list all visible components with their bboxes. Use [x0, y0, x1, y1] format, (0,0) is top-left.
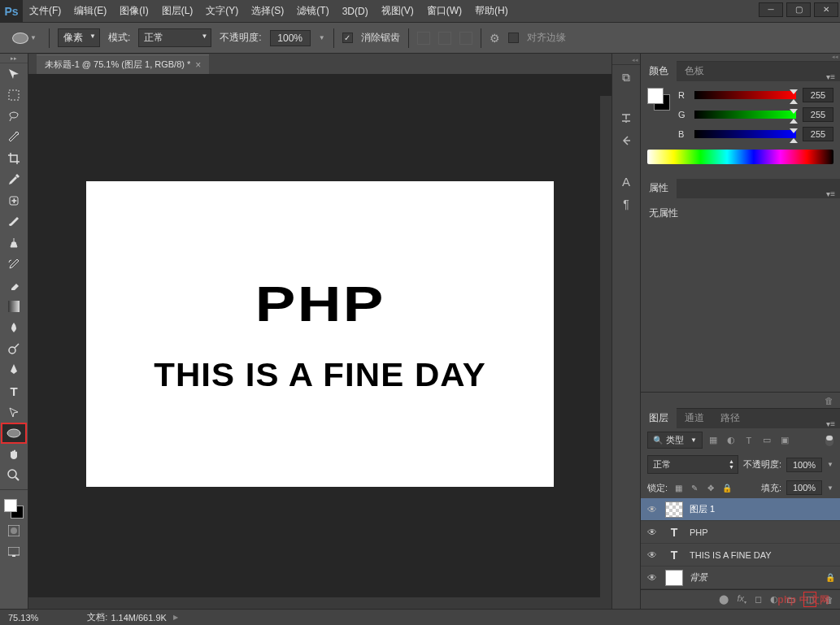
layer-opacity-input[interactable]: 100% [786, 458, 822, 472]
layer-row[interactable]: 👁图层 1 [641, 498, 840, 521]
canvas-viewport[interactable]: PHP THIS IS A FINE DAY [28, 75, 612, 609]
panel-collapse-icon[interactable]: ◂◂ [612, 57, 640, 65]
eraser-tool[interactable] [1, 275, 27, 296]
path-arrangement-icon[interactable] [459, 32, 472, 45]
opacity-input[interactable]: 100% [270, 30, 311, 46]
tab-color[interactable]: 颜色 [641, 61, 677, 81]
zoom-tool[interactable] [1, 465, 27, 486]
filter-smart-icon[interactable]: ▣ [777, 433, 792, 448]
tab-swatches[interactable]: 色板 [677, 61, 712, 81]
shape-mode-dropdown[interactable]: 像素 [58, 28, 100, 47]
visibility-eye-icon[interactable]: 👁 [646, 504, 659, 515]
app-logo[interactable]: Ps [0, 0, 23, 23]
type-tool[interactable]: T [1, 380, 27, 401]
g-value[interactable]: 255 [803, 107, 833, 122]
layer-filter-dropdown[interactable]: 🔍类型▼ [647, 432, 703, 449]
screen-mode-tool[interactable] [1, 541, 27, 562]
tool-preset-ellipse-icon[interactable]: ▼ [8, 28, 41, 48]
paragraph-panel-icon[interactable] [615, 130, 638, 151]
fill-input[interactable]: 100% [786, 480, 822, 495]
path-selection-tool[interactable] [1, 401, 27, 423]
pen-tool[interactable] [1, 359, 27, 380]
layer-thumbnail[interactable] [665, 501, 683, 518]
magic-wand-tool[interactable] [1, 127, 27, 148]
visibility-eye-icon[interactable]: 👁 [646, 572, 659, 584]
menu-select[interactable]: 选择(S) [245, 0, 290, 23]
chevron-right-icon[interactable]: ▶ [173, 614, 178, 621]
lasso-tool[interactable] [1, 106, 27, 127]
b-value[interactable]: 255 [803, 127, 833, 141]
lock-transparent-icon[interactable]: ▦ [672, 482, 684, 493]
layer-thumbnail[interactable] [665, 570, 683, 586]
healing-brush-tool[interactable]: ✚ [1, 190, 27, 211]
menu-type[interactable]: 文字(Y) [199, 0, 245, 23]
layer-row[interactable]: 👁背景🔒 [641, 566, 840, 589]
blur-tool[interactable] [1, 317, 27, 338]
canvas[interactable]: PHP THIS IS A FINE DAY [86, 181, 554, 487]
filter-pixel-icon[interactable]: ▦ [706, 433, 720, 448]
para-style-panel-icon[interactable]: ¶ [615, 193, 638, 215]
blend-mode-dropdown[interactable]: 正常 [138, 28, 211, 47]
clone-stamp-tool[interactable] [1, 232, 27, 254]
window-minimize-button[interactable]: ─ [759, 2, 783, 17]
menu-layer[interactable]: 图层(L) [155, 0, 200, 23]
eyedropper-tool[interactable] [1, 169, 27, 190]
tab-paths[interactable]: 路径 [712, 408, 748, 428]
trash-icon[interactable]: 🗑 [825, 396, 833, 406]
blend-mode-dropdown[interactable]: 正常 [647, 455, 738, 474]
crop-tool[interactable] [1, 148, 27, 169]
char-style-panel-icon[interactable]: A [615, 171, 638, 192]
color-spectrum[interactable] [647, 150, 833, 164]
close-icon[interactable]: × [195, 59, 201, 71]
filter-type-icon[interactable]: T [742, 433, 756, 448]
tab-layers[interactable]: 图层 [641, 408, 677, 428]
r-value[interactable]: 255 [803, 88, 833, 102]
panel-menu-icon[interactable]: ▾≡ [821, 189, 840, 198]
menu-window[interactable]: 窗口(W) [420, 0, 468, 23]
color-swatch-tool[interactable] [0, 497, 28, 520]
history-brush-tool[interactable] [1, 254, 27, 275]
lock-pixels-icon[interactable]: ✎ [689, 482, 700, 493]
panel-menu-icon[interactable]: ▾≡ [821, 419, 840, 428]
layer-row[interactable]: 👁TPHP [641, 521, 840, 544]
lock-all-icon[interactable]: 🔒 [721, 482, 733, 493]
layer-name[interactable]: 背景 [690, 571, 819, 584]
antialias-checkbox[interactable] [342, 33, 353, 43]
history-panel-icon[interactable]: ⧉ [615, 67, 638, 88]
gear-icon[interactable]: ⚙ [490, 32, 500, 45]
character-panel-icon[interactable] [615, 107, 638, 128]
ellipse-tool[interactable] [1, 423, 27, 444]
b-slider[interactable] [694, 130, 796, 138]
menu-help[interactable]: 帮助(H) [468, 0, 515, 23]
move-tool[interactable] [1, 63, 27, 85]
menu-file[interactable]: 文件(F) [23, 0, 67, 23]
link-layers-icon[interactable]: ⬤ [719, 594, 729, 605]
layer-fx-icon[interactable]: fx▾ [737, 593, 746, 605]
visibility-eye-icon[interactable]: 👁 [646, 549, 659, 561]
menu-view[interactable]: 视图(V) [375, 0, 420, 23]
filter-shape-icon[interactable]: ▭ [759, 433, 774, 448]
layer-name[interactable]: PHP [690, 527, 835, 537]
layer-row[interactable]: 👁TTHIS IS A FINE DAY [641, 544, 840, 566]
gradient-tool[interactable] [1, 296, 27, 317]
quick-mask-tool[interactable] [1, 520, 27, 541]
lock-position-icon[interactable]: ✥ [705, 482, 716, 493]
path-operations-icon[interactable] [417, 32, 430, 45]
brush-tool[interactable] [1, 211, 27, 232]
marquee-tool[interactable] [1, 85, 27, 106]
tab-channels[interactable]: 通道 [677, 408, 712, 428]
hand-tool[interactable] [1, 444, 27, 465]
layer-mask-icon[interactable]: ◻ [755, 594, 762, 605]
filter-toggle[interactable] [825, 435, 833, 446]
menu-3d[interactable]: 3D(D) [336, 0, 375, 23]
align-edges-checkbox[interactable] [508, 33, 519, 43]
document-tab[interactable]: 未标题-1 @ 75.1% (图层 1, RGB/8) * × [37, 54, 209, 74]
layer-thumbnail[interactable]: T [665, 524, 683, 540]
g-slider[interactable] [694, 111, 796, 119]
layer-name[interactable]: THIS IS A FINE DAY [690, 550, 835, 560]
menu-image[interactable]: 图像(I) [113, 0, 155, 23]
vertical-scrollbar[interactable] [600, 96, 612, 597]
horizontal-scrollbar[interactable] [28, 597, 612, 609]
r-slider[interactable] [694, 91, 796, 99]
window-maximize-button[interactable]: ▢ [786, 2, 811, 17]
